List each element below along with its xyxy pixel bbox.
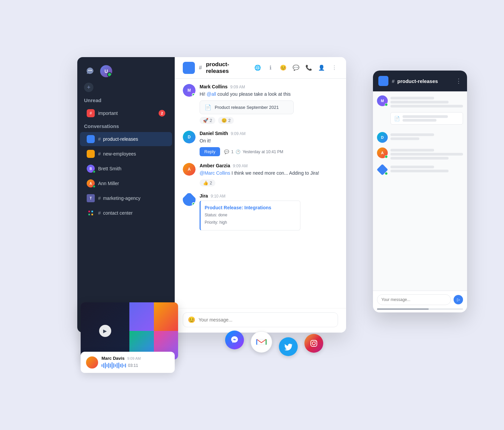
jira-avatar (183, 193, 196, 206)
message-meta: Amber Garzia 9:09 AM (200, 163, 338, 168)
sidebar-item-new-employees[interactable]: # new-employees (80, 147, 172, 161)
sidebar-item-product-releases[interactable]: # product-releases (80, 132, 172, 146)
sidebar-item-brett-smith[interactable]: B Brett Smith (80, 162, 172, 176)
mobile-message-input[interactable] (377, 294, 451, 305)
voice-player: 03:11 (101, 362, 169, 369)
sidebar-item-important[interactable]: # important 2 (80, 106, 172, 120)
jira-card[interactable]: Product Release: Integrations Status: do… (200, 201, 300, 230)
play-button[interactable]: ▶ (99, 325, 111, 337)
wave-bar (108, 363, 109, 368)
more-options-icon[interactable]: ⋮ (331, 64, 338, 72)
online-dot (385, 103, 388, 106)
sidebar-item-marketing-agency[interactable]: T # marketing-agency (80, 191, 172, 205)
mobile-message-lines (390, 132, 463, 140)
mobile-jira-avatar (377, 164, 388, 175)
mobile-line (403, 119, 436, 122)
globe-icon[interactable]: 🌐 (254, 64, 261, 72)
mobile-send-button[interactable]: ▷ (454, 295, 463, 304)
message-meta: Jira 9:10 AM (200, 193, 338, 199)
mention: @all (207, 91, 216, 97)
gmail-icon[interactable] (251, 331, 272, 353)
sidebar-item-label: Brett Smith (98, 166, 165, 171)
message-meta: Daniel Smith 9:09 AM (200, 131, 338, 136)
social-integrations (225, 331, 323, 353)
chat-header: # product-releases 🌐 ℹ 😊 💬 📞 👤 ⋮ (175, 57, 346, 79)
voice-sender-avatar (86, 356, 98, 369)
info-icon[interactable]: ℹ (267, 64, 274, 72)
message-time: 9:09 AM (233, 164, 248, 168)
mobile-more-icon[interactable]: ⋮ (456, 77, 462, 85)
sidebar-item-label: # contact center (98, 210, 165, 216)
mobile-line (390, 101, 449, 103)
reaction-thumbsup[interactable]: 👍 2 (200, 179, 215, 186)
emoji-button[interactable]: 😊 (188, 316, 195, 324)
slack-icon (87, 209, 95, 217)
voice-waveform (101, 362, 126, 369)
person-icon[interactable]: 👤 (318, 64, 325, 72)
attachment-card[interactable]: 📄 Product release September 2021 (200, 100, 294, 114)
mobile-line (403, 115, 448, 118)
emoji-reaction-icon[interactable]: 😊 (280, 64, 287, 72)
sidebar-header: U (77, 57, 175, 83)
attachment-name: Product release September 2021 (215, 105, 279, 110)
reaction-count: 2 (210, 180, 212, 185)
wave-bar (113, 363, 114, 368)
reaction-rocket[interactable]: 🚀 2 (200, 117, 215, 124)
messages-area: M Mark Collins 9:09 AM Hi! @all could yo… (175, 79, 346, 308)
online-indicator (93, 170, 95, 173)
mobile-message-lines (390, 147, 463, 160)
mobile-line (390, 166, 434, 168)
message-icon[interactable]: 💬 (292, 64, 300, 72)
mobile-line (390, 149, 434, 152)
message-input[interactable] (199, 317, 333, 322)
voice-timestamp: 9:09 AM (127, 356, 141, 360)
teams-icon: T (87, 194, 95, 202)
message-content: Daniel Smith 9:09 AM On it! Reply 💬 1 🕐 … (200, 131, 338, 156)
scrollbar-thumb (377, 308, 429, 310)
sidebar-item-ann-miller[interactable]: A Ann Miller (80, 176, 172, 190)
wave-bar (112, 362, 113, 369)
jira-online-dot (192, 202, 195, 206)
instagram-icon[interactable] (304, 334, 323, 353)
sidebar-item-contact-center[interactable]: # contact center (80, 206, 172, 220)
voice-message-card: Marc Davis 9:09 AM (81, 352, 175, 373)
svg-rect-0 (88, 211, 90, 212)
wave-bar (105, 362, 106, 369)
message-row: M Mark Collins 9:09 AM Hi! @all could yo… (183, 84, 338, 124)
reaction-smile[interactable]: 😊 2 (218, 117, 234, 124)
thread-icon: 💬 (224, 149, 229, 154)
sidebar-item-label: Ann Miller (98, 181, 165, 186)
wave-bar (120, 364, 121, 367)
add-conversation-button[interactable]: + (84, 83, 93, 92)
mobile-message-row: M (377, 95, 463, 108)
channel-icon (183, 62, 195, 74)
voice-sender-name: Marc Davis (101, 356, 125, 361)
svg-rect-1 (91, 211, 93, 212)
clock-icon: 🕐 (236, 149, 241, 154)
mobile-line (390, 137, 419, 140)
message-content: Amber Garzia 9:09 AM @Marc Collins I thi… (200, 163, 338, 186)
reaction-emoji: 🚀 (203, 118, 208, 123)
wave-bar (118, 362, 119, 369)
twitter-icon[interactable] (279, 337, 298, 356)
mobile-message-lines (390, 164, 463, 172)
mobile-input-bar: ▷ (373, 291, 467, 308)
doc-icon: 📄 (394, 116, 400, 121)
wave-bar (122, 363, 123, 368)
voice-duration: 03:11 (128, 363, 138, 368)
chat-area: # product-releases 🌐 ℹ 😊 💬 📞 👤 ⋮ M (175, 57, 346, 333)
message-row: Jira 9:10 AM Product Release: Integratio… (183, 193, 338, 230)
reactions: 👍 2 (200, 179, 338, 186)
mobile-avatar: M (377, 95, 388, 106)
mobile-avatar: A (377, 147, 388, 158)
message-text: Hi! @all could you please take a look at… (200, 91, 338, 98)
video-thumb (129, 302, 154, 331)
mobile-message-row: D (377, 132, 463, 143)
phone-icon[interactable]: 📞 (305, 64, 312, 72)
reply-button[interactable]: Reply (200, 147, 220, 156)
mobile-line (390, 153, 463, 156)
messenger-icon[interactable] (225, 331, 244, 349)
wave-bar (115, 364, 116, 367)
thread-count: 1 (231, 149, 234, 154)
user-avatar[interactable]: U (100, 65, 112, 77)
